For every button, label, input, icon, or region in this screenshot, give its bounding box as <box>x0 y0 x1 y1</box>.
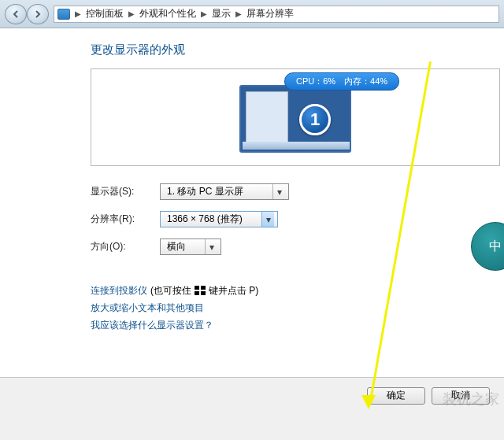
chevron-right-icon: ▶ <box>235 9 242 18</box>
chevron-down-icon: ▾ <box>272 184 285 199</box>
chevron-right-icon: ▶ <box>75 9 81 18</box>
display-label: 显示器(S): <box>91 185 160 198</box>
monitor-window-icon <box>246 91 288 146</box>
title-bar: ▶ 控制面板 ▶ 外观和个性化 ▶ 显示 ▶ 屏幕分辨率 <box>0 0 504 28</box>
monitor-taskbar-icon <box>243 142 350 150</box>
forward-button[interactable] <box>27 4 49 24</box>
back-button[interactable] <box>5 4 27 24</box>
display-preview: 1 CPU：6% 内存：44% <box>91 68 500 166</box>
orientation-dropdown[interactable]: 横向 ▾ <box>160 238 221 255</box>
projector-hint-right: 键并点击 P) <box>209 282 258 299</box>
chevron-right-icon: ▶ <box>201 9 207 18</box>
orientation-value: 横向 <box>167 240 200 253</box>
nav-buttons <box>5 4 49 24</box>
display-value: 1. 移动 PC 显示屏 <box>167 185 268 198</box>
ok-button[interactable]: 确定 <box>367 387 425 405</box>
chevron-down-icon: ▾ <box>205 239 217 254</box>
breadcrumb-item[interactable]: 外观和个性化 <box>139 7 196 20</box>
dialog-footer: 确定 取消 <box>0 377 504 413</box>
breadcrumb-item[interactable]: 控制面板 <box>86 7 124 20</box>
display-dropdown[interactable]: 1. 移动 PC 显示屏 ▾ <box>160 183 289 200</box>
breadcrumb-item[interactable]: 屏幕分辨率 <box>246 7 294 20</box>
system-stats-overlay: CPU：6% 内存：44% <box>284 72 399 91</box>
cancel-button[interactable]: 取消 <box>432 387 490 405</box>
chevron-down-icon: ▾ <box>261 212 274 227</box>
content-area: 更改显示器的外观 1 CPU：6% 内存：44% 显示器(S): 1. 移动 P… <box>0 28 504 377</box>
windows-key-icon <box>195 286 206 295</box>
resolution-label: 分辨率(R): <box>91 213 160 226</box>
breadcrumb-item[interactable]: 显示 <box>212 7 231 20</box>
text-size-link[interactable]: 放大或缩小文本和其他项目 <box>91 302 204 313</box>
page-title: 更改显示器的外观 <box>91 43 504 57</box>
projector-link[interactable]: 连接到投影仪 <box>91 282 147 299</box>
which-display-link[interactable]: 我应该选择什么显示器设置？ <box>91 320 213 331</box>
monitor-thumbnail[interactable]: 1 <box>239 85 351 153</box>
projector-hint-left: (也可按住 <box>150 282 191 299</box>
control-panel-icon <box>57 9 70 20</box>
breadcrumb[interactable]: ▶ 控制面板 ▶ 外观和个性化 ▶ 显示 ▶ 屏幕分辨率 <box>54 6 499 23</box>
links-group: 连接到投影仪 (也可按住 键并点击 P) 放大或缩小文本和其他项目 我应该选择什… <box>91 282 504 334</box>
orientation-label: 方向(O): <box>91 240 160 253</box>
resolution-value: 1366 × 768 (推荐) <box>167 213 257 226</box>
resolution-dropdown[interactable]: 1366 × 768 (推荐) ▾ <box>160 211 278 227</box>
ime-badge[interactable]: 中 <box>471 222 504 271</box>
chevron-right-icon: ▶ <box>128 9 135 18</box>
monitor-number-badge: 1 <box>299 104 331 135</box>
